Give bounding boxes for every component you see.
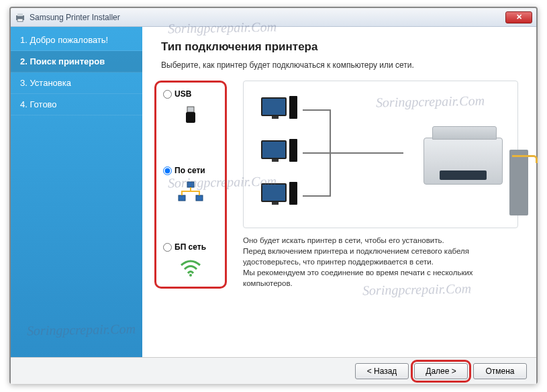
- diagram-cable: [512, 155, 538, 163]
- option-wireless-label: БП сеть: [175, 242, 206, 252]
- diagram-computer-1: [261, 97, 299, 124]
- radio-network[interactable]: [163, 166, 172, 175]
- main-panel: Тип подключения принтера Выберите, как п…: [142, 27, 536, 357]
- connection-diagram: [243, 81, 518, 228]
- next-button[interactable]: Далее >: [414, 363, 468, 379]
- svg-rect-7: [196, 195, 203, 201]
- page-subtitle: Выберите, как принтер будет подключаться…: [161, 60, 517, 70]
- wizard-button-bar: < Назад Далее > Отмена: [11, 357, 536, 384]
- diagram-wire: [303, 152, 330, 154]
- diagram-wire: [330, 152, 403, 154]
- diagram-computer-3: [261, 183, 299, 210]
- sidebar-step-welcome: 1. Добро пожаловать!: [11, 30, 142, 51]
- desc-line-2: Перед включением принтера и подключением…: [243, 246, 518, 267]
- window-title: Samsung Printer Installer: [30, 13, 505, 22]
- sidebar-step-done: 4. Готово: [11, 94, 142, 115]
- back-button[interactable]: < Назад: [355, 363, 409, 379]
- option-usb[interactable]: USB: [160, 89, 221, 127]
- page-heading: Тип подключения принтера: [161, 40, 517, 54]
- wizard-sidebar: 1. Добро пожаловать! 2. Поиск принтеров …: [11, 27, 142, 357]
- close-button[interactable]: ✕: [505, 11, 532, 23]
- titlebar: Samsung Printer Installer ✕: [11, 8, 536, 27]
- wifi-icon: [160, 257, 221, 280]
- desc-line-3: Мы рекомендуем это соединение во время п…: [243, 267, 518, 289]
- radio-wireless[interactable]: [163, 243, 172, 252]
- connection-description: Оно будет искать принтер в сети, чтобы е…: [243, 235, 518, 289]
- diagram-computer-2: [261, 140, 299, 167]
- svg-rect-1: [17, 13, 23, 16]
- desc-line-1: Оно будет искать принтер в сети, чтобы е…: [243, 235, 518, 246]
- usb-icon: [160, 104, 221, 127]
- next-button-highlight: Далее >: [414, 363, 468, 379]
- network-icon: [160, 181, 221, 203]
- svg-rect-2: [17, 19, 23, 21]
- printer-app-icon: [15, 12, 26, 23]
- option-wireless[interactable]: БП сеть: [160, 242, 221, 280]
- option-network-label: По сети: [175, 166, 205, 175]
- sidebar-step-search: 2. Поиск принтеров: [11, 51, 142, 72]
- svg-rect-5: [187, 182, 194, 187]
- diagram-wire: [303, 195, 330, 197]
- option-network[interactable]: По сети: [160, 166, 221, 203]
- svg-rect-3: [187, 107, 194, 112]
- sidebar-step-install: 3. Установка: [11, 72, 142, 94]
- svg-point-8: [189, 274, 192, 277]
- connection-options-highlight: USB По сети БП сеть: [154, 81, 227, 289]
- radio-usb[interactable]: [163, 90, 172, 99]
- svg-rect-6: [179, 195, 185, 201]
- diagram-wire: [303, 109, 330, 111]
- svg-rect-4: [186, 112, 195, 123]
- installer-window: Samsung Printer Installer ✕ 1. Добро пож…: [9, 7, 538, 384]
- diagram-printer: [424, 123, 503, 185]
- option-usb-label: USB: [175, 89, 191, 99]
- cancel-button[interactable]: Отмена: [473, 363, 527, 379]
